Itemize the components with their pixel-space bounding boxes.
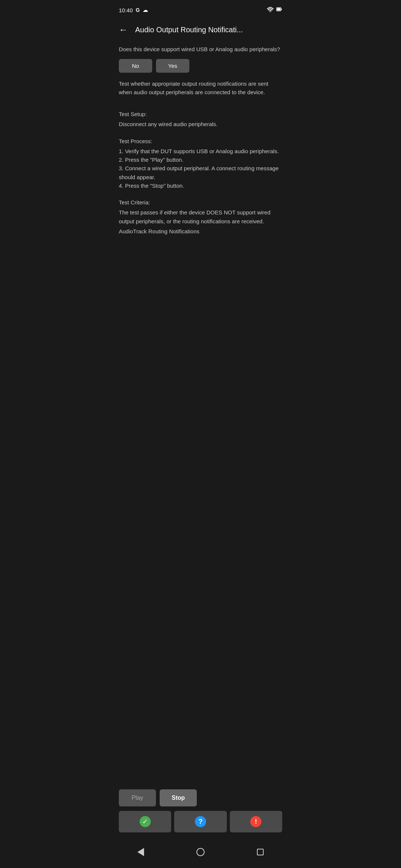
status-left: 10:40 G ☁	[119, 7, 148, 13]
test-process-label: Test Process:	[119, 137, 282, 145]
test-criteria-text: The test passes if either the device DOE…	[119, 208, 282, 226]
svg-point-0	[270, 11, 271, 12]
yes-no-row: No Yes	[119, 59, 282, 73]
time-display: 10:40	[119, 7, 133, 13]
toolbar: ← Audio Output Routing Notificati...	[111, 19, 290, 42]
test-process-steps: 1. Verify that the DUT supports USB or A…	[119, 147, 282, 190]
nav-recent-icon	[257, 849, 264, 855]
audio-track-label: AudioTrack Routing Notifications	[119, 227, 282, 236]
fail-result-button[interactable]: !	[230, 811, 282, 832]
nav-back-icon	[137, 848, 144, 856]
no-button[interactable]: No	[119, 59, 152, 73]
wifi-icon	[267, 7, 274, 14]
play-stop-row: Play Stop	[119, 789, 282, 806]
test-setup-text: Disconnect any wired audio peripherals.	[119, 120, 282, 128]
info-icon: ?	[195, 816, 206, 827]
test-description: Test whether appropriate output routing …	[119, 79, 282, 97]
nav-home-icon	[196, 848, 205, 856]
yes-button[interactable]: Yes	[156, 59, 189, 73]
nav-recent-button[interactable]	[254, 846, 267, 858]
pass-result-button[interactable]: ✓	[119, 811, 171, 832]
nav-home-button[interactable]	[193, 845, 208, 859]
pass-icon: ✓	[140, 816, 151, 827]
svg-rect-2	[277, 8, 280, 11]
bottom-controls: Play Stop ✓ ? !	[111, 789, 290, 840]
google-icon: G	[136, 7, 140, 13]
cloud-icon: ☁	[143, 7, 148, 13]
test-setup-label: Test Setup:	[119, 110, 282, 118]
info-result-button[interactable]: ?	[174, 811, 226, 832]
battery-icon	[276, 6, 282, 14]
nav-back-button[interactable]	[134, 845, 147, 859]
status-bar: 10:40 G ☁	[111, 0, 290, 19]
nav-bar	[111, 840, 290, 868]
stop-button[interactable]: Stop	[160, 789, 197, 806]
result-buttons-row: ✓ ? !	[119, 811, 282, 832]
play-button[interactable]: Play	[119, 789, 156, 806]
page-title: Audio Output Routing Notificati...	[135, 26, 284, 34]
main-content: Does this device support wired USB or An…	[111, 42, 290, 789]
fail-icon: !	[250, 816, 261, 827]
test-criteria-label: Test Criteria:	[119, 198, 282, 207]
status-right	[267, 6, 282, 14]
back-button[interactable]: ←	[117, 23, 129, 36]
support-question: Does this device support wired USB or An…	[119, 45, 282, 54]
